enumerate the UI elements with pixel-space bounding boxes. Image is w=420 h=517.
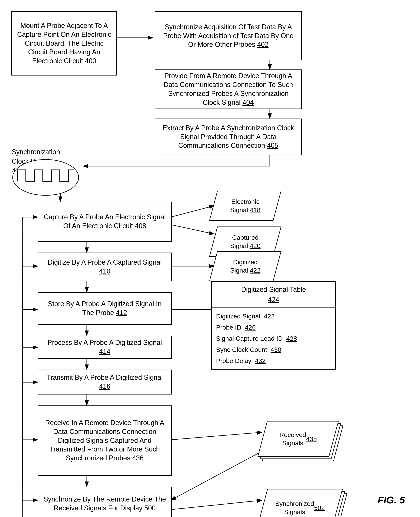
table-body: Digitized Signal 422 Probe ID 426 Signal… — [212, 308, 335, 369]
receive-signal-box: Receive In A Remote Device Through A Dat… — [38, 405, 172, 476]
process-signal-number: 414 — [99, 348, 110, 355]
sync-acquisition-number: 402 — [257, 41, 269, 48]
synchronize-display-box: Synchronize By The Remote Device The Rec… — [38, 487, 172, 517]
mount-probe-label: Mount A Probe Adjacent To A Capture Poin… — [15, 21, 113, 66]
digitize-signal-label: Digitize By A Probe A Captured Signal 41… — [42, 258, 168, 276]
mount-probe-box: Mount A Probe Adjacent To A Capture Poin… — [11, 11, 117, 76]
diagram-container: Mount A Probe Adjacent To A Capture Poin… — [0, 0, 420, 517]
capture-signal-label: Capture By A Probe An Electronic Signal … — [42, 213, 168, 230]
svg-line-19 — [171, 451, 262, 500]
extract-clock-number: 405 — [267, 142, 278, 149]
transmit-signal-box: Transmit By A Probe A Digitized Signal 4… — [38, 370, 172, 395]
capture-signal-box: Capture By A Probe An Electronic Signal … — [38, 202, 172, 242]
process-signal-box: Process By A Probe A Digitized Signal 41… — [38, 336, 172, 359]
synchronized-signals-stack: SynchronizedSignals 502 — [262, 489, 338, 517]
synchronize-display-label: Synchronize By The Remote Device The Rec… — [42, 495, 168, 513]
svg-line-8 — [171, 225, 214, 234]
synchronized-signals-label: SynchronizedSignals 502 — [262, 489, 338, 517]
store-signal-box: Store By A Probe A Digitized Signal In T… — [38, 292, 172, 325]
provide-clock-number: 404 — [242, 99, 254, 106]
extract-clock-box: Extract By A Probe A Synchronization Clo… — [155, 119, 302, 155]
received-signals-stack: ReceivedSignals 438 — [262, 421, 334, 457]
store-signal-number: 412 — [116, 309, 127, 317]
provide-clock-label: Provide From A Remote Device Through A D… — [159, 72, 298, 107]
svg-line-23 — [22, 217, 23, 517]
transmit-signal-number: 416 — [99, 382, 110, 390]
fig-label-text: FIG. 5 — [378, 494, 405, 505]
table-row-probe-delay: Probe Delay 432 — [216, 355, 331, 366]
store-signal-label: Store By A Probe A Digitized Signal In T… — [42, 300, 168, 317]
digitize-signal-box: Digitize By A Probe A Captured Signal 41… — [38, 252, 172, 281]
table-header: Digitized Signal Table424 — [212, 282, 335, 308]
svg-line-17 — [171, 432, 262, 440]
table-row-sync-clock: Sync Clock Count 430 — [216, 344, 331, 355]
synchronize-display-number: 500 — [144, 504, 156, 512]
receive-signal-label: Receive In A Remote Device Through A Dat… — [42, 418, 168, 463]
provide-clock-box: Provide From A Remote Device Through A D… — [155, 69, 302, 109]
digitized-signal-label: DigitizedSignal 422 — [227, 256, 264, 276]
sync-acquisition-box: Synchronize Acquisition Of Test Data By … — [155, 11, 302, 61]
fig-label: FIG. 5 — [378, 494, 405, 506]
svg-line-7 — [171, 206, 214, 217]
digitized-signal-table: Digitized Signal Table424 Digitized Sign… — [211, 281, 336, 370]
process-signal-label: Process By A Probe A Digitized Signal 41… — [42, 338, 168, 356]
receive-signal-number: 436 — [132, 454, 143, 462]
electronic-signal-para: ElectronicSignal 418 — [209, 191, 282, 221]
capture-signal-number: 408 — [135, 222, 146, 230]
transmit-signal-label: Transmit By A Probe A Digitized Signal 4… — [42, 373, 168, 391]
table-row-digitized: Digitized Signal 422 — [216, 311, 331, 322]
svg-line-20 — [171, 500, 262, 510]
table-row-probeid: Probe ID 426 — [216, 322, 331, 333]
table-number: 424 — [268, 296, 279, 304]
extract-clock-label: Extract By A Probe A Synchronization Clo… — [159, 124, 298, 150]
digitize-signal-number: 410 — [99, 267, 110, 275]
electronic-signal-label: ElectronicSignal 418 — [227, 196, 264, 216]
svg-point-32 — [13, 160, 79, 195]
clock-waveform — [12, 159, 80, 196]
received-signals-label: ReceivedSignals 438 — [262, 421, 334, 457]
sync-acquisition-label: Synchronize Acquisition Of Test Data By … — [159, 23, 298, 49]
mount-probe-number: 400 — [85, 57, 96, 65]
digitized-signal-para: DigitizedSignal 422 — [209, 251, 282, 281]
table-row-capture-lead: Signal Capture Lead ID 428 — [216, 333, 331, 344]
captured-signal-label: CapturedSignal 420 — [227, 231, 264, 252]
